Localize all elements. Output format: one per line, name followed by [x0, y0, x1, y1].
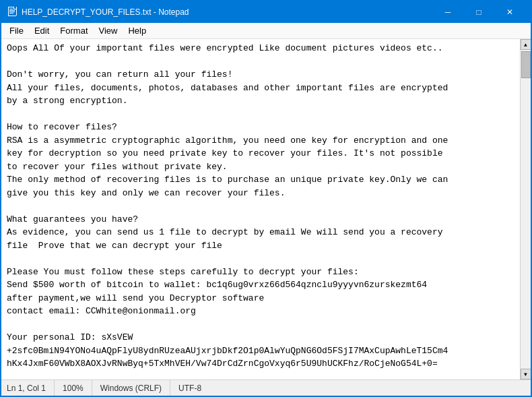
menu-bar: File Edit Format View Help: [1, 23, 531, 39]
line-ending: Windows (CRLF): [92, 380, 170, 396]
text-editor[interactable]: Oops All Of your important files were en…: [1, 39, 520, 379]
zoom-level: 100%: [55, 380, 92, 396]
content-area: Oops All Of your important files were en…: [1, 39, 531, 379]
menu-format[interactable]: Format: [55, 24, 93, 37]
svg-rect-7: [9, 10, 15, 11]
text-wrapper: Oops All Of your important files were en…: [1, 39, 520, 379]
window-title: HELP_DECRYPT_YOUR_FILES.txt - Notepad: [22, 7, 432, 17]
minimize-button[interactable]: ─: [432, 1, 463, 23]
vertical-scrollbar[interactable]: ▲ ▼: [520, 39, 531, 379]
encoding: UTF-8: [170, 380, 209, 396]
svg-rect-5: [13, 9, 17, 9]
app-icon: [7, 7, 18, 18]
svg-rect-0: [8, 7, 14, 7]
scroll-up-button[interactable]: ▲: [521, 39, 531, 50]
cursor-position: Ln 1, Col 1: [7, 380, 55, 396]
close-button[interactable]: ✕: [494, 1, 525, 23]
menu-edit[interactable]: Edit: [29, 24, 55, 37]
menu-file[interactable]: File: [4, 24, 29, 37]
svg-rect-9: [9, 13, 13, 13]
notepad-window: HELP_DECRYPT_YOUR_FILES.txt - Notepad ─ …: [0, 0, 532, 397]
scroll-track[interactable]: [521, 50, 531, 369]
maximize-button[interactable]: □: [463, 1, 494, 23]
svg-rect-2: [8, 16, 16, 16]
svg-rect-6: [9, 9, 13, 9]
svg-rect-3: [16, 7, 17, 16]
menu-help[interactable]: Help: [123, 24, 152, 37]
svg-rect-8: [9, 11, 15, 12]
scroll-thumb[interactable]: [521, 51, 531, 78]
svg-rect-1: [8, 7, 9, 16]
status-bar: Ln 1, Col 1 100% Windows (CRLF) UTF-8: [1, 379, 531, 396]
window-controls: ─ □ ✕: [432, 1, 525, 23]
menu-view[interactable]: View: [94, 24, 123, 37]
scroll-down-button[interactable]: ▼: [521, 369, 531, 379]
title-bar: HELP_DECRYPT_YOUR_FILES.txt - Notepad ─ …: [1, 1, 531, 23]
